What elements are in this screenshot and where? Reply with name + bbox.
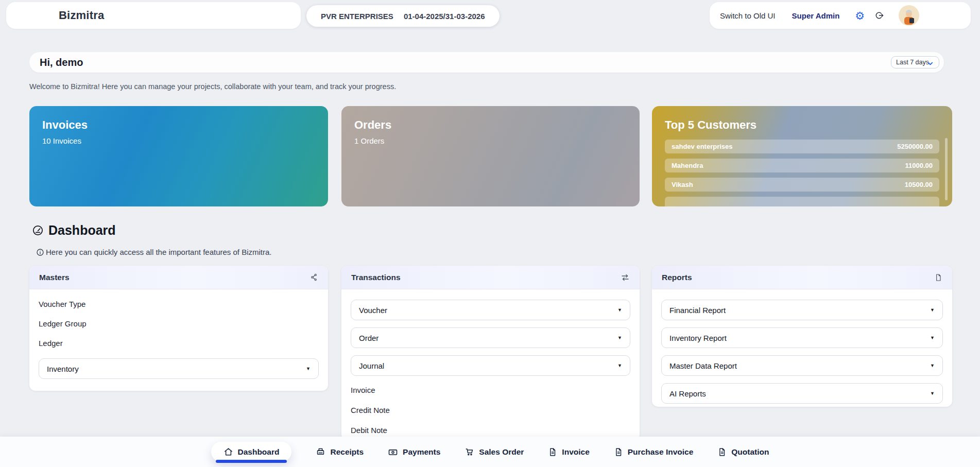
gear-icon[interactable]: ⚙ bbox=[855, 10, 865, 21]
transactions-panel: Transactions Voucher ▼ Order ▼ Journal ▼… bbox=[341, 266, 640, 441]
orders-stat-card[interactable]: Orders 1 Orders bbox=[341, 106, 640, 206]
nodes-icon bbox=[310, 273, 318, 282]
nav-item-purchase-invoice[interactable]: Purchase Invoice bbox=[614, 447, 694, 457]
reports-panel-body: Financial Report ▼ Inventory Report ▼ Ma… bbox=[652, 289, 952, 404]
customer-amount: 10500.00 bbox=[905, 181, 933, 188]
logout-icon[interactable] bbox=[874, 10, 884, 21]
caret-down-icon: ▼ bbox=[930, 307, 935, 313]
nav-label: Purchase Invoice bbox=[628, 447, 694, 457]
top-customers-title: Top 5 Customers bbox=[665, 118, 939, 132]
user-avatar[interactable] bbox=[899, 5, 919, 26]
nav-item-receipts[interactable]: Receipts bbox=[316, 447, 364, 457]
master-data-report-value: Master Data Report bbox=[669, 361, 737, 370]
orders-card-count: 1 Orders bbox=[354, 136, 627, 145]
masters-link-ledger-group[interactable]: Ledger Group bbox=[39, 319, 319, 328]
greeting-title: Hi, demo bbox=[40, 57, 83, 68]
transactions-link-debit-note[interactable]: Debit Note bbox=[351, 426, 630, 435]
date-range-button[interactable]: Last 7 days bbox=[891, 56, 939, 68]
bottom-navigation: Dashboard Receipts Payments Sales Order … bbox=[0, 437, 980, 467]
order-dropdown[interactable]: Order ▼ bbox=[351, 327, 630, 348]
transactions-panel-body: Voucher ▼ Order ▼ Journal ▼ Invoice Cred… bbox=[341, 289, 640, 435]
nav-item-payments[interactable]: Payments bbox=[388, 447, 440, 457]
greeting-bar: Hi, demo Last 7 days bbox=[29, 52, 944, 73]
masters-panel-body: Voucher Type Ledger Group Ledger Invento… bbox=[29, 289, 328, 379]
customers-scrollbar[interactable] bbox=[945, 138, 948, 200]
caret-down-icon: ▼ bbox=[617, 335, 622, 340]
nav-label: Quotation bbox=[731, 447, 769, 457]
chevron-down-icon bbox=[926, 60, 934, 67]
inventory-report-dropdown[interactable]: Inventory Report ▼ bbox=[661, 327, 943, 348]
inventory-dropdown-value: Inventory bbox=[47, 365, 79, 373]
customer-name: sahdev enterprises bbox=[672, 143, 733, 150]
nav-item-invoice[interactable]: Invoice bbox=[548, 447, 589, 457]
reports-panel-header: Reports bbox=[652, 266, 952, 289]
dashboard-page: Bizmitra PVR ENTERPRISES 01-04-2025/31-0… bbox=[0, 0, 980, 467]
quote-doc-icon bbox=[717, 447, 727, 457]
order-dropdown-value: Order bbox=[359, 334, 379, 342]
info-icon bbox=[36, 248, 44, 256]
nav-item-quotation[interactable]: Quotation bbox=[717, 447, 769, 457]
section-hint-text: Here you can quickly access all the impo… bbox=[46, 248, 272, 256]
date-range-label: Last 7 days bbox=[896, 59, 929, 66]
invoices-card-title: Invoices bbox=[42, 118, 315, 132]
welcome-text: Welcome to Bizmitra! Here you can manage… bbox=[29, 82, 396, 91]
inventory-report-value: Inventory Report bbox=[669, 334, 727, 342]
nav-label: Dashboard bbox=[238, 447, 280, 457]
customer-amount: 11000.00 bbox=[905, 162, 933, 169]
document-icon bbox=[934, 273, 942, 282]
top-customers-list: sahdev enterprises 5250000.00 Mahendra 1… bbox=[665, 140, 939, 206]
financial-year: 01-04-2025/31-03-2026 bbox=[404, 12, 485, 21]
nav-label: Invoice bbox=[562, 447, 589, 457]
topbar-actions-card: Switch to Old UI Super Admin ⚙ bbox=[710, 2, 971, 29]
orders-card-title: Orders bbox=[354, 118, 627, 132]
receipt-icon bbox=[316, 447, 325, 457]
financial-report-value: Financial Report bbox=[669, 306, 726, 315]
journal-dropdown-value: Journal bbox=[359, 361, 384, 370]
ai-reports-dropdown[interactable]: AI Reports ▼ bbox=[661, 383, 943, 404]
purchase-doc-icon bbox=[614, 447, 623, 457]
ai-reports-value: AI Reports bbox=[669, 389, 706, 398]
customer-amount: 5250000.00 bbox=[897, 143, 933, 150]
transactions-panel-header: Transactions bbox=[341, 266, 640, 289]
voucher-dropdown-value: Voucher bbox=[359, 306, 387, 315]
masters-link-voucher-type[interactable]: Voucher Type bbox=[39, 300, 319, 308]
master-data-report-dropdown[interactable]: Master Data Report ▼ bbox=[661, 355, 943, 376]
caret-down-icon: ▼ bbox=[930, 363, 935, 368]
top-customers-card: Top 5 Customers sahdev enterprises 52500… bbox=[652, 106, 952, 206]
customer-name: Vikash bbox=[672, 181, 693, 188]
masters-title: Masters bbox=[39, 273, 70, 282]
caret-down-icon: ▼ bbox=[306, 366, 311, 371]
customer-row[interactable]: Vikash 10500.00 bbox=[665, 178, 939, 192]
customer-row-clipped bbox=[665, 197, 939, 206]
invoices-stat-card[interactable]: Invoices 10 Invoices bbox=[29, 106, 328, 206]
reports-title: Reports bbox=[662, 273, 692, 282]
dashboard-section-hint: Here you can quickly access all the impo… bbox=[36, 248, 272, 256]
nav-item-dashboard[interactable]: Dashboard bbox=[211, 442, 292, 462]
masters-link-ledger[interactable]: Ledger bbox=[39, 339, 319, 348]
transactions-link-invoice[interactable]: Invoice bbox=[351, 386, 630, 394]
financial-report-dropdown[interactable]: Financial Report ▼ bbox=[661, 300, 943, 320]
voucher-dropdown[interactable]: Voucher ▼ bbox=[351, 300, 630, 320]
transactions-links: Invoice Credit Note Debit Note bbox=[351, 383, 630, 435]
customer-name: Mahendra bbox=[672, 162, 703, 169]
caret-down-icon: ▼ bbox=[617, 307, 622, 313]
journal-dropdown[interactable]: Journal ▼ bbox=[351, 355, 630, 376]
nav-label: Receipts bbox=[330, 447, 364, 457]
inventory-dropdown[interactable]: Inventory ▼ bbox=[39, 358, 319, 379]
transactions-link-credit-note[interactable]: Credit Note bbox=[351, 406, 630, 414]
cart-icon bbox=[465, 447, 474, 457]
company-name: PVR ENTERPRISES bbox=[321, 12, 393, 21]
gauge-icon bbox=[32, 224, 44, 236]
section-title: Dashboard bbox=[48, 223, 116, 238]
transactions-title: Transactions bbox=[351, 273, 401, 282]
invoice-doc-icon bbox=[548, 447, 557, 457]
nav-label: Sales Order bbox=[479, 447, 524, 457]
nav-item-sales-order[interactable]: Sales Order bbox=[465, 447, 524, 457]
app-logo-text: Bizmitra bbox=[59, 9, 104, 22]
customer-row[interactable]: Mahendra 11000.00 bbox=[665, 159, 939, 172]
switch-to-old-ui-link[interactable]: Switch to Old UI bbox=[720, 11, 776, 20]
company-period-pill[interactable]: PVR ENTERPRISES 01-04-2025/31-03-2026 bbox=[306, 5, 500, 27]
user-role-label: Super Admin bbox=[792, 11, 840, 20]
customer-row[interactable]: sahdev enterprises 5250000.00 bbox=[665, 140, 939, 153]
masters-panel: Masters Voucher Type Ledger Group Ledger… bbox=[29, 266, 328, 391]
